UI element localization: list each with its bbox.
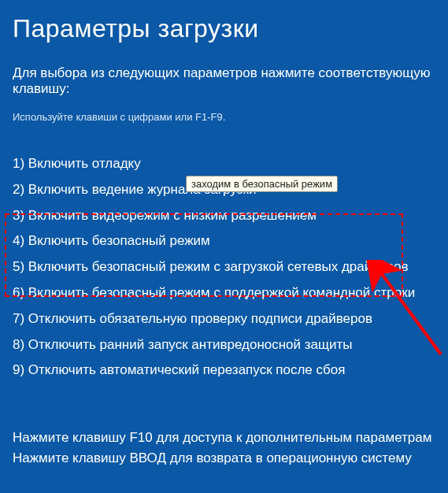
page-title: Параметры загрузки [13, 14, 435, 43]
option-8: 8) Отключить ранний запуск антивредоносн… [13, 335, 435, 354]
option-1: 1) Включить отладку [13, 154, 435, 173]
option-7: 7) Отключить обязательную проверку подпи… [13, 310, 435, 328]
option-4: 4) Включить безопасный режим [13, 232, 435, 250]
option-5: 5) Включить безопасный режим с загрузкой… [13, 258, 435, 276]
option-6: 6) Включить безопасный режим с поддержко… [13, 284, 435, 302]
option-9: 9) Отключить автоматический перезапуск п… [13, 361, 435, 380]
hint-text: Используйте клавиши с цифрами или F1-F9. [13, 111, 435, 123]
option-3: 3) Включить видеорежим с низким разрешен… [13, 206, 435, 225]
footer-line-f10: Нажмите клавишу F10 для доступа к дополн… [13, 430, 435, 446]
subtitle-text: Для выбора из следующих параметров нажми… [13, 65, 435, 97]
footer-line-enter: Нажмите клавишу ВВОД для возврата в опер… [13, 450, 435, 466]
tooltip: заходим в безопасный режим [186, 176, 338, 192]
footer: Нажмите клавишу F10 для доступа к дополн… [13, 430, 435, 471]
